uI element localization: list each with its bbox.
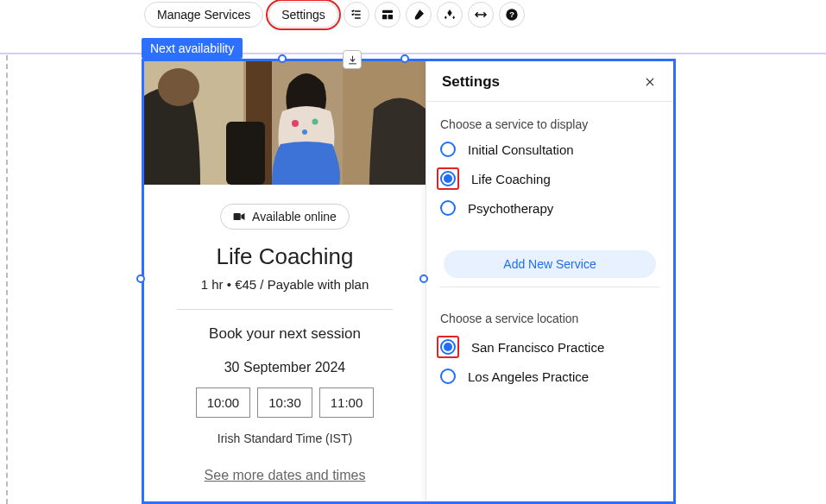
service-label: Psychotherapy [468,201,553,216]
service-card-body: Available online Life Coaching 1 hr • €4… [144,185,426,501]
columns-icon[interactable] [375,2,400,28]
location-section-label: Choose a service location [440,312,659,325]
svg-point-12 [312,119,318,125]
settings-button[interactable]: Settings [268,2,338,28]
time-slot[interactable]: 11:00 [319,387,375,418]
service-label: Life Coaching [471,172,551,186]
service-option[interactable]: Life Coaching [440,167,659,190]
location-label: San Francisco Practice [471,340,604,355]
svg-point-9 [158,68,199,106]
service-option[interactable]: Psychotherapy [440,200,659,216]
selection-handle-top-mid1[interactable] [278,54,287,63]
layout-list-icon[interactable] [344,2,369,28]
location-section: Choose a service location San Francisco … [426,296,673,403]
settings-divider [440,287,659,287]
close-icon[interactable] [642,74,658,90]
svg-rect-0 [382,10,393,13]
service-title: Life Coaching [168,243,401,270]
session-date: 30 September 2024 [168,360,401,375]
service-label: Initial Consultation [468,142,574,157]
selection-handle-left-mid[interactable] [136,274,145,283]
service-section: Choose a service to display Initial Cons… [426,102,673,235]
settings-title: Settings [442,73,500,91]
card-divider [177,309,393,310]
svg-point-11 [292,120,299,127]
available-online-badge: Available online [220,204,350,230]
svg-rect-1 [382,15,387,19]
svg-text:?: ? [509,10,514,19]
location-radio[interactable] [440,339,456,355]
time-slots: 10:00 10:30 11:00 [168,387,401,418]
manage-services-button[interactable]: Manage Services [144,2,263,28]
settings-panel: Settings Choose a service to display Ini… [426,61,673,501]
left-margin-guide [6,55,8,504]
location-label: Los Angeles Practice [468,369,589,384]
save-handle-icon[interactable] [343,50,362,69]
selection-handle-top-mid2[interactable] [400,54,409,63]
widget-toolbar: Manage Services Settings ? [144,2,525,28]
service-meta: 1 hr • €45 / Payable with plan [168,277,401,292]
video-icon [233,211,245,222]
settings-header: Settings [426,61,673,102]
add-new-service-button[interactable]: Add New Service [444,250,656,278]
design-brush-icon[interactable] [406,2,432,28]
highlight-box [437,167,459,190]
animation-icon[interactable] [437,2,463,28]
service-radio[interactable] [440,200,456,216]
time-slot[interactable]: 10:30 [257,387,312,418]
see-more-link[interactable]: See more dates and times [168,468,401,483]
svg-rect-15 [234,213,241,220]
widget-selection-frame: Available online Life Coaching 1 hr • €4… [142,59,676,504]
timezone-label: Irish Standard Time (IST) [168,432,401,445]
location-option[interactable]: San Francisco Practice [440,336,659,358]
svg-rect-14 [226,122,265,185]
location-option[interactable]: Los Angeles Practice [440,369,659,384]
help-icon[interactable]: ? [499,2,525,28]
stretch-icon[interactable] [468,2,494,28]
service-radio[interactable] [440,142,456,157]
service-hero-image [144,61,426,185]
svg-rect-2 [388,15,392,19]
editor-ruler [0,53,826,54]
location-radio[interactable] [440,369,456,384]
service-radio[interactable] [440,171,456,186]
selection-handle-right-mid[interactable] [419,274,428,283]
highlight-box [437,336,459,358]
available-online-label: Available online [252,210,337,224]
next-availability-tag: Next availability [142,38,243,59]
time-slot[interactable]: 10:00 [196,387,251,418]
book-next-heading: Book your next session [168,325,401,343]
service-option[interactable]: Initial Consultation [440,142,659,157]
service-section-label: Choose a service to display [440,117,659,131]
svg-point-13 [302,129,307,135]
